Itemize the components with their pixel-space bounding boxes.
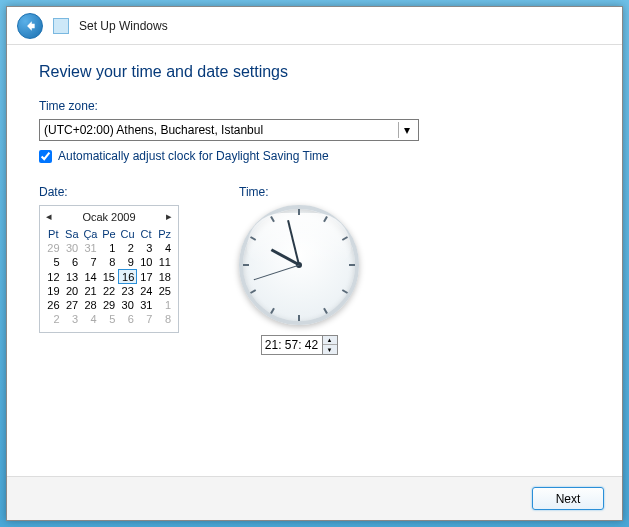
calendar-weekday: Pe <box>100 227 119 241</box>
dst-row: Automatically adjust clock for Daylight … <box>39 149 590 163</box>
timezone-select[interactable]: (UTC+02:00) Athens, Bucharest, Istanbul … <box>39 119 419 141</box>
calendar-day[interactable]: 3 <box>63 312 82 326</box>
calendar-grid: PtSaÇaPeCuCtPz 2930311234567891011121314… <box>44 227 174 326</box>
calendar-day[interactable]: 27 <box>63 298 82 312</box>
time-spin-down[interactable]: ▼ <box>323 345 337 354</box>
calendar-day[interactable]: 12 <box>44 270 63 284</box>
content-area: Review your time and date settings Time … <box>7 45 622 476</box>
calendar-day[interactable]: 19 <box>44 284 63 299</box>
arrow-left-icon <box>23 19 37 33</box>
calendar-day[interactable]: 5 <box>100 312 119 326</box>
calendar-day[interactable]: 28 <box>81 298 100 312</box>
calendar-day[interactable]: 22 <box>100 284 119 299</box>
calendar-day[interactable]: 7 <box>137 312 156 326</box>
calendar-day[interactable]: 2 <box>118 241 137 255</box>
calendar-day[interactable]: 8 <box>155 312 174 326</box>
time-column: Time: ▲ ▼ <box>239 185 359 355</box>
calendar-day[interactable]: 4 <box>81 312 100 326</box>
window-icon <box>53 18 69 34</box>
date-column: Date: ◂ Ocak 2009 ▸ PtSaÇaPeCuCtPz 29303… <box>39 185 179 355</box>
date-label: Date: <box>39 185 179 199</box>
calendar-day[interactable]: 29 <box>44 241 63 255</box>
calendar-day[interactable]: 23 <box>118 284 137 299</box>
setup-window: Set Up Windows Review your time and date… <box>6 6 623 521</box>
calendar-day[interactable]: 16 <box>118 270 137 284</box>
time-input[interactable] <box>262 336 322 354</box>
calendar-day[interactable]: 7 <box>81 255 100 270</box>
back-button[interactable] <box>17 13 43 39</box>
timezone-selected: (UTC+02:00) Athens, Bucharest, Istanbul <box>44 123 263 137</box>
calendar-day[interactable]: 17 <box>137 270 156 284</box>
calendar-weekday: Ça <box>81 227 100 241</box>
window-title: Set Up Windows <box>79 19 168 33</box>
calendar-day[interactable]: 11 <box>155 255 174 270</box>
calendar-day[interactable]: 6 <box>63 255 82 270</box>
calendar-day[interactable]: 21 <box>81 284 100 299</box>
calendar-day[interactable]: 15 <box>100 270 119 284</box>
calendar-day[interactable]: 30 <box>118 298 137 312</box>
calendar-day[interactable]: 1 <box>155 298 174 312</box>
titlebar: Set Up Windows <box>7 7 622 45</box>
calendar-weekday: Pz <box>155 227 174 241</box>
time-spinner: ▲ ▼ <box>261 335 338 355</box>
calendar-day[interactable]: 8 <box>100 255 119 270</box>
time-label: Time: <box>239 185 359 199</box>
analog-clock <box>239 205 359 325</box>
footer: Next <box>7 476 622 520</box>
calendar-day[interactable]: 1 <box>100 241 119 255</box>
calendar-day[interactable]: 31 <box>137 298 156 312</box>
clock-hand-s <box>253 265 299 281</box>
chevron-down-icon: ▾ <box>398 122 414 138</box>
calendar-day[interactable]: 24 <box>137 284 156 299</box>
calendar: ◂ Ocak 2009 ▸ PtSaÇaPeCuCtPz 29303112345… <box>39 205 179 333</box>
calendar-day[interactable]: 5 <box>44 255 63 270</box>
dst-checkbox[interactable] <box>39 150 52 163</box>
next-button[interactable]: Next <box>532 487 604 510</box>
calendar-weekday: Sa <box>63 227 82 241</box>
calendar-day[interactable]: 26 <box>44 298 63 312</box>
calendar-day[interactable]: 3 <box>137 241 156 255</box>
time-spin-up[interactable]: ▲ <box>323 336 337 345</box>
calendar-prev[interactable]: ◂ <box>44 210 54 223</box>
timezone-label: Time zone: <box>39 99 590 113</box>
calendar-day[interactable]: 6 <box>118 312 137 326</box>
calendar-day[interactable]: 18 <box>155 270 174 284</box>
page-heading: Review your time and date settings <box>39 63 590 81</box>
calendar-day[interactable]: 14 <box>81 270 100 284</box>
calendar-day[interactable]: 2 <box>44 312 63 326</box>
calendar-day[interactable]: 29 <box>100 298 119 312</box>
calendar-weekday: Cu <box>118 227 137 241</box>
calendar-month[interactable]: Ocak 2009 <box>54 211 164 223</box>
calendar-day[interactable]: 4 <box>155 241 174 255</box>
dst-label[interactable]: Automatically adjust clock for Daylight … <box>58 149 329 163</box>
calendar-weekday: Pt <box>44 227 63 241</box>
calendar-day[interactable]: 25 <box>155 284 174 299</box>
calendar-weekday: Ct <box>137 227 156 241</box>
calendar-day[interactable]: 10 <box>137 255 156 270</box>
calendar-day[interactable]: 13 <box>63 270 82 284</box>
calendar-next[interactable]: ▸ <box>164 210 174 223</box>
calendar-day[interactable]: 31 <box>81 241 100 255</box>
calendar-day[interactable]: 30 <box>63 241 82 255</box>
calendar-day[interactable]: 20 <box>63 284 82 299</box>
calendar-day[interactable]: 9 <box>118 255 137 270</box>
